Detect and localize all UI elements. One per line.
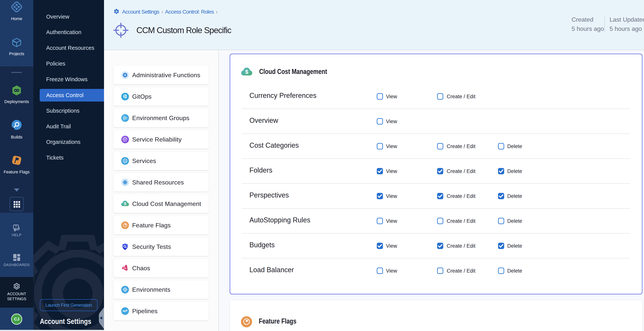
- svg-text:$: $: [124, 201, 126, 206]
- svg-text:$: $: [245, 68, 248, 75]
- svg-text:?: ?: [15, 225, 17, 228]
